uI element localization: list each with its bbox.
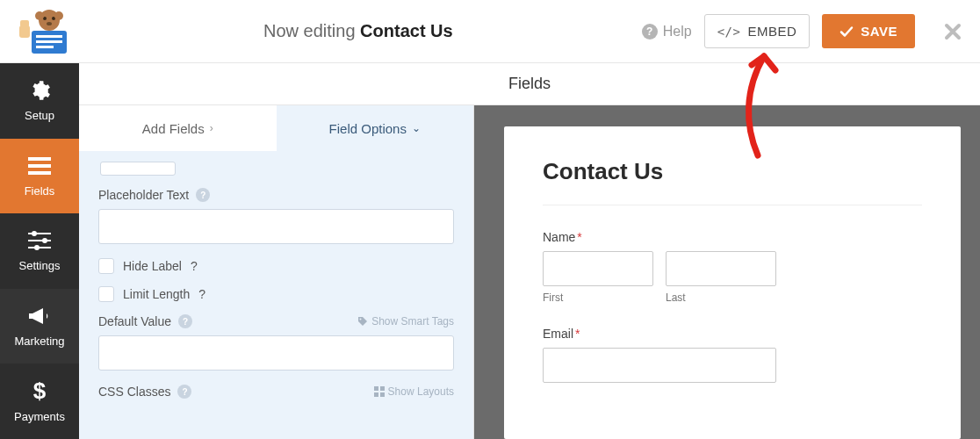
- panel-content: Placeholder Text ? Hide Label ?: [79, 151, 473, 439]
- svg-point-19: [42, 238, 47, 243]
- wpforms-logo-icon: [14, 8, 70, 55]
- sliders-icon: [27, 229, 52, 252]
- last-sublabel: Last: [666, 291, 776, 304]
- sidebar-item-label: Payments: [14, 410, 65, 423]
- svg-point-4: [35, 11, 44, 20]
- editing-title: Now editing Contact Us: [75, 21, 642, 41]
- gear-icon: [27, 79, 52, 102]
- help-icon[interactable]: ?: [196, 188, 210, 202]
- svg-rect-10: [19, 25, 30, 38]
- embed-label: EMBED: [747, 24, 796, 39]
- css-classes-label-row: CSS Classes ? Show Layouts: [98, 385, 454, 399]
- center-header: Fields: [79, 63, 980, 105]
- chevron-right-icon: ›: [210, 122, 213, 134]
- svg-rect-26: [380, 392, 385, 397]
- help-icon[interactable]: ?: [198, 287, 205, 301]
- placeholder-label-row: Placeholder Text ?: [98, 188, 454, 202]
- editing-form-name: Contact Us: [360, 21, 453, 40]
- css-classes-label: CSS Classes: [98, 385, 170, 399]
- close-icon: [943, 22, 962, 41]
- first-sublabel: First: [543, 291, 653, 304]
- svg-rect-24: [380, 386, 385, 391]
- hide-label-row: Hide Label ?: [98, 258, 454, 274]
- sidebar-item-setup[interactable]: Setup: [0, 63, 79, 139]
- svg-rect-14: [28, 171, 51, 175]
- preview-panel: Contact Us Name* First: [474, 105, 980, 439]
- svg-point-3: [47, 22, 52, 25]
- default-value-label: Default Value: [98, 314, 171, 328]
- divider: [543, 205, 922, 205]
- placeholder-input[interactable]: [98, 209, 454, 244]
- grid-icon: [374, 386, 385, 397]
- show-layouts-link[interactable]: Show Layouts: [374, 385, 454, 398]
- svg-point-5: [54, 11, 63, 20]
- sidebar-item-label: Setup: [25, 109, 54, 122]
- first-name-input[interactable]: [543, 251, 653, 286]
- svg-rect-12: [28, 157, 51, 161]
- sidebar-item-payments[interactable]: $ Payments: [0, 363, 79, 439]
- help-icon[interactable]: ?: [191, 259, 198, 273]
- default-value-label-row: Default Value ? Show Smart Tags: [98, 314, 454, 328]
- limit-length-checkbox[interactable]: [98, 286, 114, 302]
- hide-label-checkbox[interactable]: [98, 258, 114, 274]
- svg-point-18: [32, 231, 37, 236]
- code-icon: </>: [717, 25, 741, 39]
- options-panel: Add Fields › Field Options ⌄ Placeholde: [79, 105, 474, 439]
- save-label: SAVE: [861, 24, 897, 39]
- svg-rect-25: [374, 392, 378, 397]
- hide-label-text: Hide Label: [123, 259, 182, 273]
- close-button[interactable]: [943, 22, 962, 41]
- last-name-input[interactable]: [666, 251, 776, 286]
- sidebar-item-settings[interactable]: Settings: [0, 213, 79, 289]
- default-value-input[interactable]: [98, 335, 454, 371]
- svg-rect-11: [20, 20, 29, 27]
- name-field-label: Name*: [543, 230, 922, 244]
- svg-rect-15: [28, 233, 51, 234]
- sidebar-item-label: Marketing: [14, 335, 64, 348]
- sidebar-item-label: Fields: [25, 184, 55, 198]
- svg-point-22: [360, 319, 362, 320]
- svg-rect-13: [28, 164, 51, 168]
- show-smart-tags-link[interactable]: Show Smart Tags: [357, 315, 454, 327]
- svg-rect-23: [374, 386, 378, 391]
- sidebar-item-fields[interactable]: Fields: [0, 139, 79, 214]
- svg-rect-9: [36, 46, 54, 48]
- svg-rect-16: [28, 240, 51, 241]
- help-icon[interactable]: ?: [177, 385, 191, 399]
- megaphone-icon: [27, 305, 52, 327]
- sidebar-item-marketing[interactable]: Marketing: [0, 289, 79, 364]
- email-input[interactable]: [543, 348, 776, 383]
- svg-rect-8: [36, 40, 62, 43]
- dollar-icon: $: [27, 380, 52, 403]
- check-icon: [839, 25, 854, 39]
- tag-icon: [357, 316, 368, 327]
- editing-prefix: Now editing: [263, 21, 360, 40]
- topbar-actions: ? Help </> EMBED SAVE: [642, 14, 962, 48]
- help-label: Help: [663, 24, 692, 40]
- svg-text:$: $: [33, 379, 47, 404]
- tab-label: Add Fields: [142, 121, 205, 136]
- preview-title: Contact Us: [543, 158, 922, 185]
- topbar: Now editing Contact Us ? Help </> EMBED …: [0, 0, 980, 63]
- panel-tabs: Add Fields › Field Options ⌄: [79, 105, 473, 151]
- svg-point-20: [34, 245, 40, 250]
- svg-rect-7: [36, 35, 62, 38]
- help-link[interactable]: ? Help: [642, 24, 692, 40]
- help-icon: ?: [642, 24, 658, 40]
- list-icon: [27, 155, 52, 177]
- sidebar-item-label: Settings: [19, 259, 61, 272]
- placeholder-label: Placeholder Text: [98, 188, 189, 202]
- help-icon[interactable]: ?: [178, 314, 192, 328]
- embed-button[interactable]: </> EMBED: [704, 14, 811, 48]
- tab-field-options[interactable]: Field Options ⌄: [277, 105, 474, 151]
- tab-add-fields[interactable]: Add Fields ›: [79, 105, 277, 151]
- save-button[interactable]: SAVE: [822, 14, 915, 48]
- form-preview: Contact Us Name* First: [504, 126, 961, 439]
- chevron-down-icon: ⌄: [412, 122, 421, 134]
- limit-length-row: Limit Length ?: [98, 286, 454, 302]
- app-logo: [9, 5, 75, 58]
- tab-label: Field Options: [329, 121, 407, 136]
- email-field-label: Email*: [543, 327, 922, 341]
- sidebar: Setup Fields Settings Marketing: [0, 63, 79, 439]
- limit-length-text: Limit Length: [123, 287, 190, 301]
